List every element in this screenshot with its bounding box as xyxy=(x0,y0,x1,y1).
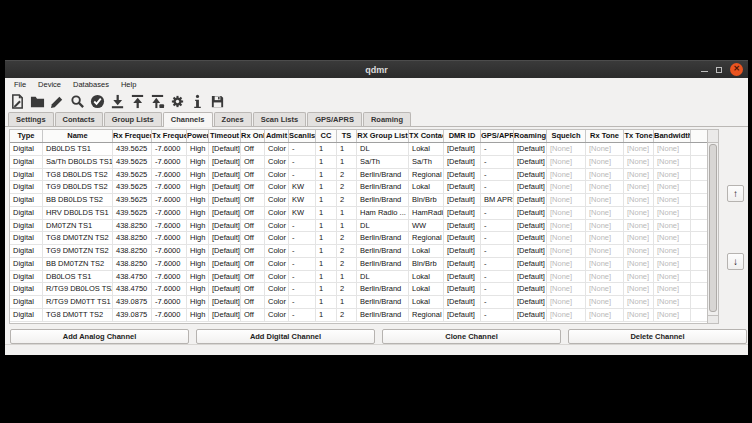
table-row[interactable]: DigitalHRV DB0LDS TS1439.5625-7.6000High… xyxy=(10,207,707,220)
table-cell[interactable]: Digital xyxy=(10,156,43,169)
table-cell[interactable]: - xyxy=(289,296,316,309)
table-cell[interactable]: [Default] xyxy=(514,220,547,233)
tab-channels[interactable]: Channels xyxy=(163,112,213,127)
table-cell[interactable]: [Default] xyxy=(209,143,241,156)
add-digital-channel-button[interactable]: Add Digital Channel xyxy=(196,329,375,344)
table-cell[interactable]: - xyxy=(481,296,514,309)
table-cell[interactable]: 1 xyxy=(316,156,337,169)
table-cell[interactable]: -7.6000 xyxy=(152,181,187,194)
table-cell[interactable]: [Default] xyxy=(514,245,547,258)
table-cell[interactable]: 439.5625 xyxy=(113,207,152,220)
table-cell[interactable]: Regional xyxy=(409,309,444,322)
table-cell[interactable]: Color xyxy=(265,232,289,245)
table-cell[interactable]: - xyxy=(481,220,514,233)
add-analog-channel-button[interactable]: Add Analog Channel xyxy=(10,329,189,344)
table-cell[interactable]: 1 xyxy=(337,143,357,156)
table-cell[interactable]: KW xyxy=(289,207,316,220)
table-cell[interactable]: - xyxy=(481,169,514,182)
table-cell[interactable]: Berlin/Brand xyxy=(357,232,409,245)
close-icon[interactable]: ✕ xyxy=(730,63,743,76)
table-cell[interactable]: [Default] xyxy=(444,258,481,271)
table-cell[interactable]: Berlin/Brand xyxy=(357,181,409,194)
table-cell[interactable]: -7.6000 xyxy=(152,169,187,182)
table-cell[interactable]: 1 xyxy=(316,271,337,284)
scrollbar-track[interactable] xyxy=(708,143,718,315)
table-cell[interactable]: 2 xyxy=(337,258,357,271)
table-cell[interactable]: Color xyxy=(265,309,289,322)
column-header[interactable]: Tx Tone xyxy=(624,130,654,142)
table-cell[interactable]: [Default] xyxy=(209,258,241,271)
table-cell[interactable]: [None] xyxy=(586,143,624,156)
table-cell[interactable]: 439.0875 xyxy=(113,296,152,309)
table-cell[interactable]: 2 xyxy=(337,232,357,245)
table-cell[interactable]: - xyxy=(481,181,514,194)
table-cell[interactable]: [Default] xyxy=(514,296,547,309)
column-header[interactable]: Roaming xyxy=(514,130,547,142)
table-cell[interactable]: Berlin/Brand xyxy=(357,245,409,258)
table-cell[interactable]: R/TG9 DB0LOS TS2 xyxy=(43,283,113,296)
table-cell[interactable]: [Default] xyxy=(514,156,547,169)
table-cell[interactable]: - xyxy=(289,283,316,296)
table-cell[interactable]: [Default] xyxy=(444,220,481,233)
table-cell[interactable]: [Default] xyxy=(444,143,481,156)
table-cell[interactable]: DM0TZN TS1 xyxy=(43,220,113,233)
tab-scan-lists[interactable]: Scan Lists xyxy=(253,112,307,126)
table-cell[interactable]: TG8 DM0TZN TS2 xyxy=(43,232,113,245)
table-cell[interactable]: -7.6000 xyxy=(152,194,187,207)
table-cell[interactable]: 1 xyxy=(337,271,357,284)
table-row[interactable]: DigitalTG9 DB0LDS TS2439.5625-7.6000High… xyxy=(10,181,707,194)
table-cell[interactable]: [None] xyxy=(654,207,691,220)
table-cell[interactable]: Digital xyxy=(10,258,43,271)
table-row[interactable]: DigitalR/TG9 DM0TT TS1439.0875-7.6000Hig… xyxy=(10,296,707,309)
tab-zones[interactable]: Zones xyxy=(214,112,252,126)
upload-callsign-db-icon[interactable] xyxy=(149,93,166,110)
table-cell[interactable]: [Default] xyxy=(444,283,481,296)
table-cell[interactable]: 438.4750 xyxy=(113,283,152,296)
table-cell[interactable]: Berlin/Brand xyxy=(357,283,409,296)
table-cell[interactable]: [None] xyxy=(624,156,654,169)
table-cell[interactable]: [None] xyxy=(654,181,691,194)
table-cell[interactable]: [None] xyxy=(586,245,624,258)
column-header[interactable]: Timeout xyxy=(209,130,241,142)
table-cell[interactable]: [None] xyxy=(654,156,691,169)
table-cell[interactable]: High xyxy=(187,143,209,156)
table-row[interactable]: DigitalDB0LOS TS1438.4750-7.6000High[Def… xyxy=(10,271,707,284)
table-cell[interactable]: Off xyxy=(241,207,265,220)
table-cell[interactable]: [None] xyxy=(624,232,654,245)
table-cell[interactable]: [Default] xyxy=(444,181,481,194)
table-cell[interactable]: - xyxy=(289,143,316,156)
table-cell[interactable]: [Default] xyxy=(209,271,241,284)
table-cell[interactable]: 438.8250 xyxy=(113,258,152,271)
menu-item[interactable]: File xyxy=(9,79,31,90)
table-cell[interactable]: - xyxy=(481,143,514,156)
table-cell[interactable]: DL xyxy=(357,271,409,284)
table-cell[interactable]: Lokal xyxy=(409,143,444,156)
table-cell[interactable]: 2 xyxy=(337,309,357,322)
table-cell[interactable]: Off xyxy=(241,156,265,169)
table-cell[interactable]: 1 xyxy=(337,296,357,309)
table-cell[interactable]: [None] xyxy=(624,271,654,284)
table-cell[interactable]: 2 xyxy=(337,181,357,194)
table-cell[interactable]: 1 xyxy=(316,181,337,194)
table-cell[interactable]: - xyxy=(289,156,316,169)
table-cell[interactable]: 1 xyxy=(316,258,337,271)
table-cell[interactable]: [None] xyxy=(654,169,691,182)
table-cell[interactable]: [None] xyxy=(586,169,624,182)
table-cell[interactable]: Berlin/Brand xyxy=(357,258,409,271)
move-row-down-button[interactable]: ↓ xyxy=(727,253,744,270)
table-cell[interactable]: [None] xyxy=(547,143,586,156)
table-cell[interactable]: -7.6000 xyxy=(152,245,187,258)
table-cell[interactable]: [None] xyxy=(586,232,624,245)
table-cell[interactable]: [None] xyxy=(547,181,586,194)
table-cell[interactable]: HamRadi... xyxy=(409,207,444,220)
table-cell[interactable]: [None] xyxy=(654,309,691,322)
table-cell[interactable]: -7.6000 xyxy=(152,220,187,233)
table-cell[interactable]: - xyxy=(481,309,514,322)
table-cell[interactable]: 439.5625 xyxy=(113,143,152,156)
column-header[interactable]: Tx Frequency xyxy=(152,130,187,142)
table-cell[interactable]: WW xyxy=(409,220,444,233)
table-cell[interactable]: [None] xyxy=(624,245,654,258)
table-cell[interactable]: [Default] xyxy=(444,232,481,245)
table-cell[interactable]: [None] xyxy=(654,271,691,284)
table-cell[interactable]: [None] xyxy=(624,143,654,156)
